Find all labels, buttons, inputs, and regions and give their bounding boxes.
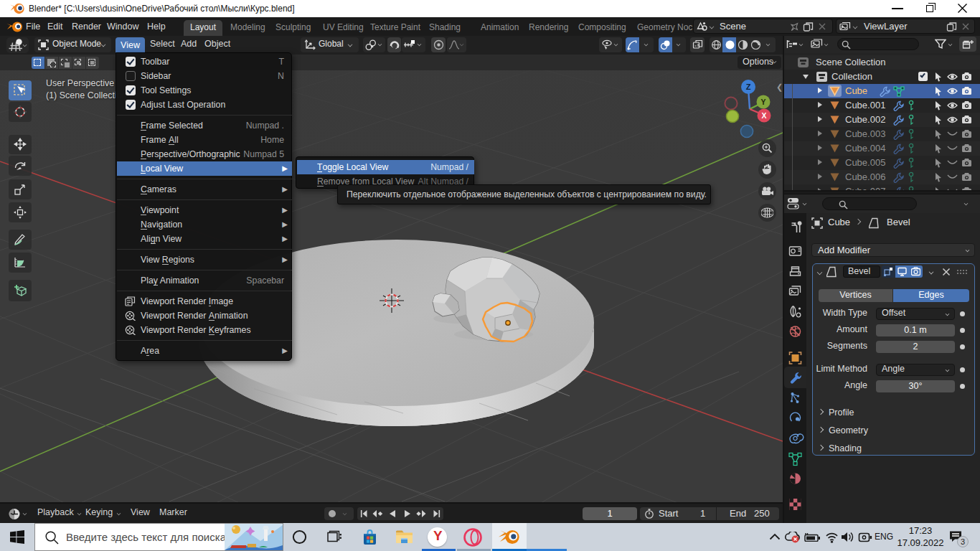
svg-text:Y: Y <box>760 98 765 106</box>
svg-text:X: X <box>761 111 766 120</box>
svg-text:Z: Z <box>746 83 751 91</box>
